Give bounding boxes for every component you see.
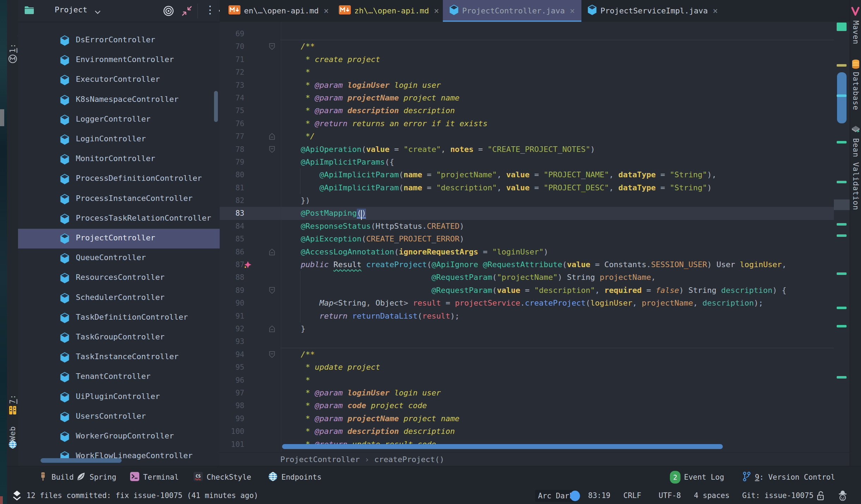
- code-line-92[interactable]: 92 }: [220, 322, 834, 335]
- status-message[interactable]: 12 files committed: fix issue-10075 (41 …: [26, 491, 258, 500]
- code-editor[interactable]: 6970 /**71 * create project72 *73 * @par…: [220, 22, 834, 452]
- tab-ProjectServiceImpl.java[interactable]: ProjectServiceImpl.java×: [581, 0, 724, 21]
- chevron-down-icon[interactable]: [94, 8, 102, 17]
- fold-marker-icon[interactable]: [269, 287, 275, 294]
- fold-marker-icon[interactable]: [269, 146, 275, 153]
- toolbar-button-terminal[interactable]: Terminal: [130, 466, 179, 488]
- tree-item-MonitorController[interactable]: MonitorController: [18, 149, 220, 169]
- code-line-72[interactable]: 72 *: [220, 66, 834, 79]
- code-line-100[interactable]: 100 * @param description description: [220, 425, 834, 438]
- code-line-90[interactable]: 90 Map<String, Object> result = projectS…: [220, 297, 834, 309]
- editor-vertical-scrollbar[interactable]: [837, 72, 847, 123]
- tree-item-ProcessInstanceController[interactable]: ProcessInstanceController: [18, 189, 220, 209]
- code-line-91[interactable]: 91 return returnDataList(result);: [220, 310, 834, 322]
- theme-color-dot[interactable]: [570, 491, 580, 501]
- event-log-button[interactable]: 2 Event Log: [670, 466, 724, 488]
- circled-tool-icon[interactable]: [8, 54, 17, 65]
- tree-item-WorkFlowLineageController[interactable]: WorkFlowLineageController: [18, 447, 220, 466]
- code-line-89[interactable]: 89 @RequestParam(value = "description", …: [220, 284, 834, 297]
- tree-vertical-scrollbar[interactable]: [214, 91, 218, 122]
- code-line-76[interactable]: 76 * @return returns an error if it exis…: [220, 117, 834, 130]
- tree-item-EnvironmentController[interactable]: EnvironmentController: [18, 50, 220, 70]
- tree-item-LoginController[interactable]: LoginController: [18, 130, 220, 149]
- tree-item-TenantController[interactable]: TenantController: [18, 367, 220, 387]
- tab-ProjectController.java[interactable]: ProjectController.java×: [443, 0, 581, 21]
- toolbar-button-spring[interactable]: Spring: [76, 466, 116, 488]
- code-line-79[interactable]: 79 @ApiImplicitParams({: [220, 156, 834, 168]
- code-line-80[interactable]: 80 @ApiImplicitParam(name = "projectName…: [220, 168, 834, 181]
- tree-horizontal-scrollbar[interactable]: [41, 458, 122, 463]
- tree-item-LoggerController[interactable]: LoggerController: [18, 110, 220, 130]
- close-icon[interactable]: ×: [434, 6, 439, 16]
- inspection-status-icon[interactable]: [837, 23, 847, 31]
- code-line-77[interactable]: 77 */: [220, 130, 834, 143]
- code-line-94[interactable]: 94 /**: [220, 348, 834, 361]
- code-line-69[interactable]: 69: [220, 27, 834, 40]
- code-line-75[interactable]: 75 * @param description description: [220, 104, 834, 117]
- code-line-71[interactable]: 71 * create project: [220, 53, 834, 66]
- fold-marker-icon[interactable]: [269, 133, 275, 140]
- code-line-81[interactable]: 81 @ApiImplicitParam(name = "description…: [220, 182, 834, 194]
- tree-item-TaskInstanceController[interactable]: TaskInstanceController: [18, 348, 220, 367]
- collapse-all-icon[interactable]: [181, 5, 193, 19]
- toolbar-button-checkstyle[interactable]: CSCheckStyle: [193, 466, 251, 488]
- tree-item-ResourcesController[interactable]: ResourcesController: [18, 268, 220, 288]
- locate-target-icon[interactable]: [163, 5, 175, 19]
- status-segment-4-spaces[interactable]: 4 spaces: [694, 491, 729, 500]
- fold-marker-icon[interactable]: [269, 43, 275, 50]
- fold-marker-icon[interactable]: [269, 325, 275, 332]
- editor-horizontal-scrollbar[interactable]: [282, 444, 723, 449]
- toolbar-button-build[interactable]: Build: [38, 466, 74, 488]
- code-line-73[interactable]: 73 * @param loginUser login user: [220, 79, 834, 92]
- tree-item-ProcessDefinitionController[interactable]: ProcessDefinitionController: [18, 169, 220, 189]
- tree-item-ProcessTaskRelationController[interactable]: ProcessTaskRelationController: [18, 209, 220, 229]
- code-line-93[interactable]: 93: [220, 335, 834, 348]
- code-line-95[interactable]: 95 * update project: [220, 361, 834, 374]
- code-line-78[interactable]: 78 @ApiOperation(value = "create", notes…: [220, 143, 834, 156]
- breadcrumb-item[interactable]: createProject(): [374, 455, 444, 464]
- tree-item-DsErrorController[interactable]: DsErrorController: [18, 31, 220, 50]
- tree-item-TaskGroupController[interactable]: TaskGroupController: [18, 328, 220, 348]
- code-line-82[interactable]: 82 }): [220, 194, 834, 207]
- tree-item-UsersController[interactable]: UsersController: [18, 407, 220, 427]
- tree-item-UiPluginController[interactable]: UiPluginController: [18, 387, 220, 407]
- code-line-96[interactable]: 96 *: [220, 374, 834, 387]
- status-segment-git-issue-10075[interactable]: Git: issue-10075: [742, 491, 813, 500]
- tree-item-TaskDefinitionController[interactable]: TaskDefinitionController: [18, 308, 220, 328]
- tree-item-QueueController[interactable]: QueueController: [18, 248, 220, 268]
- editor-error-stripe[interactable]: [834, 22, 850, 452]
- user-agent-icon[interactable]: [837, 490, 848, 504]
- code-line-86[interactable]: 86 @AccessLogAnnotation(ignoreRequestArg…: [220, 246, 834, 258]
- unlock-icon[interactable]: [816, 491, 825, 503]
- code-line-98[interactable]: 98 * @param code project code: [220, 399, 834, 412]
- close-icon[interactable]: ×: [713, 6, 718, 16]
- tab-zhopen-api.md[interactable]: zh\…\open-api.md×: [332, 0, 445, 21]
- code-line-85[interactable]: 85 @ApiException(CREATE_PROJECT_ERROR): [220, 233, 834, 245]
- version-control-button[interactable]: 9: Version Control: [742, 466, 835, 488]
- tree-item-ProjectController[interactable]: ProjectController: [18, 229, 220, 248]
- close-icon[interactable]: ×: [324, 6, 329, 16]
- fold-marker-icon[interactable]: [269, 351, 275, 358]
- sidebar-item-maven[interactable]: Maven: [851, 20, 860, 44]
- status-segment-utf-8[interactable]: UTF-8: [659, 491, 681, 500]
- breadcrumb-item[interactable]: ProjectController: [280, 455, 360, 464]
- code-line-74[interactable]: 74 * @param projectName project name: [220, 92, 834, 104]
- code-line-97[interactable]: 97 * @param loginUser login user: [220, 387, 834, 399]
- status-segment-crlf[interactable]: CRLF: [623, 491, 641, 500]
- sidebar-item-database[interactable]: Database: [851, 72, 860, 110]
- kebab-menu-icon[interactable]: ⋮: [205, 4, 215, 16]
- tab-enopen-api.md[interactable]: en\…\open-api.md×: [222, 0, 335, 21]
- tree-item-SchedulerController[interactable]: SchedulerController: [18, 288, 220, 308]
- close-icon[interactable]: ×: [570, 6, 575, 16]
- code-line-83[interactable]: 83 @PostMapping(): [220, 207, 834, 220]
- code-line-84[interactable]: 84 @ResponseStatus(HttpStatus.CREATED): [220, 220, 834, 233]
- toolbar-button-endpoints[interactable]: Endpoints: [268, 466, 322, 488]
- tree-item-ExecutorController[interactable]: ExecutorController: [18, 70, 220, 90]
- tree-item-WorkerGroupController[interactable]: WorkerGroupController: [18, 427, 220, 447]
- code-line-87[interactable]: 87 public Result createProject(@ApiIgnor…: [220, 258, 834, 271]
- code-line-70[interactable]: 70 /**: [220, 40, 834, 53]
- sidebar-item-web[interactable]: Web: [8, 426, 17, 441]
- code-line-88[interactable]: 88 @RequestParam("projectName") String p…: [220, 271, 834, 284]
- status-segment-83-19[interactable]: 83:19: [588, 491, 610, 500]
- sidebar-item-bean-validation[interactable]: Bean Validation: [851, 138, 860, 210]
